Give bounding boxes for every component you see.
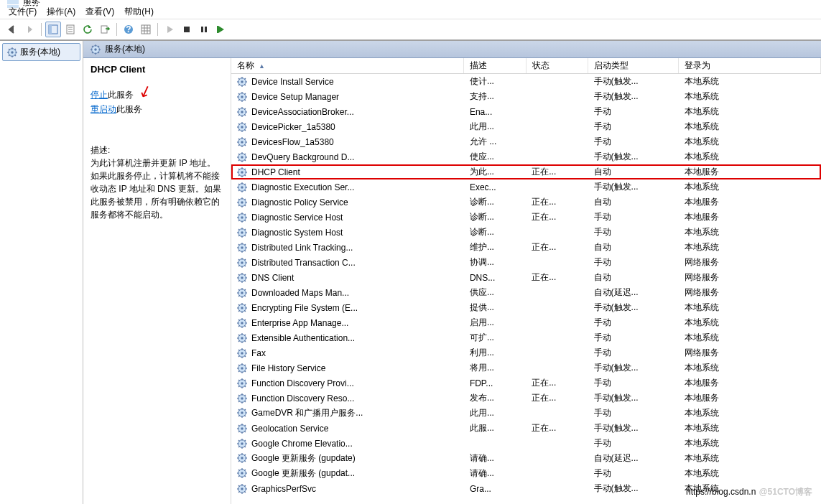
cell-desc: 提供... xyxy=(464,300,526,315)
stop-link[interactable]: 停止 xyxy=(91,90,108,100)
table-row[interactable]: DevicePicker_1a5380此用...手动本地系统 xyxy=(231,119,821,134)
table-row[interactable]: File History Service将用...手动(触发...本地系统 xyxy=(231,360,821,375)
table-row[interactable]: DevQuery Background D...使应...手动(触发...本地系… xyxy=(231,149,821,164)
col-desc[interactable]: 描述 xyxy=(464,58,526,74)
start-service-button[interactable] xyxy=(162,22,177,37)
cell-logon: 本地系统 xyxy=(679,179,821,195)
cell-logon: 本地系统 xyxy=(679,240,821,255)
cell-startup: 手动 xyxy=(588,345,679,360)
cell-logon: 本地系统 xyxy=(679,225,821,240)
cell-logon: 网络服务 xyxy=(679,285,821,300)
cell-startup: 手动 xyxy=(588,406,679,421)
cell-status: 正在... xyxy=(526,391,588,406)
restart-service-button[interactable] xyxy=(213,22,229,37)
service-list[interactable]: 名称▲ 描述 状态 启动类型 登录为 Device Install Servic… xyxy=(231,58,821,504)
pause-service-button[interactable] xyxy=(196,22,212,37)
stop-service-button[interactable] xyxy=(179,22,195,37)
cell-name: Google Chrome Elevatio... xyxy=(251,439,353,449)
nav-services-local[interactable]: 服务(本地) xyxy=(2,43,80,61)
cell-status xyxy=(526,466,588,481)
cell-startup: 手动 xyxy=(588,466,679,481)
cell-startup: 手动 xyxy=(588,104,679,119)
table-row[interactable]: DevicesFlow_1a5380允许 ...手动本地系统 xyxy=(231,134,821,149)
service-table: 名称▲ 描述 状态 启动类型 登录为 Device Install Servic… xyxy=(231,58,821,496)
gear-icon xyxy=(237,288,247,298)
restart-suffix: 此服务 xyxy=(116,104,142,114)
forward-button[interactable] xyxy=(22,22,37,37)
cell-name: Google 更新服务 (gupdat... xyxy=(251,468,355,478)
cell-status xyxy=(526,451,588,466)
table-row[interactable]: Diagnostic Execution Ser...Exec...手动(触发.… xyxy=(231,179,821,195)
refresh-button[interactable] xyxy=(80,22,96,37)
gear-icon xyxy=(237,258,247,268)
gear-icon xyxy=(237,152,247,162)
cell-desc: FDP... xyxy=(464,375,526,391)
table-row[interactable]: Diagnostic System Host诊断...手动本地系统 xyxy=(231,225,821,240)
col-name[interactable]: 名称▲ xyxy=(231,58,464,74)
menu-help[interactable]: 帮助(H) xyxy=(120,4,158,19)
cell-status xyxy=(526,481,588,496)
cell-startup: 手动(触发... xyxy=(588,89,679,104)
gear-icon xyxy=(237,197,247,207)
table-row[interactable]: Google 更新服务 (gupdate)请确...自动(延迟...本地系统 xyxy=(231,451,821,466)
table-row[interactable]: DNS ClientDNS...正在...自动网络服务 xyxy=(231,270,821,285)
cell-logon: 本地系统 xyxy=(679,134,821,149)
back-button[interactable] xyxy=(4,22,20,37)
cell-startup: 自动 xyxy=(588,270,679,285)
grid-button[interactable] xyxy=(138,22,154,37)
col-status[interactable]: 状态 xyxy=(526,58,588,74)
gear-icon xyxy=(237,182,247,192)
table-row[interactable]: Diagnostic Service Host诊断...正在...手动本地服务 xyxy=(231,210,821,225)
menu-file[interactable]: 文件(F) xyxy=(4,4,41,19)
table-row[interactable]: Google 更新服务 (gupdat...请确...手动本地系统 xyxy=(231,466,821,481)
table-row[interactable]: Fax利用...手动网络服务 xyxy=(231,345,821,360)
export-button[interactable] xyxy=(97,22,113,37)
table-row[interactable]: Encrypting File System (E...提供...手动(触发..… xyxy=(231,300,821,315)
separator xyxy=(157,23,158,36)
table-row[interactable]: Function Discovery Provi...FDP...正在...手动… xyxy=(231,375,821,391)
table-row[interactable]: GameDVR 和广播用户服务...此用...手动本地系统 xyxy=(231,406,821,421)
cell-name: DNS Client xyxy=(251,273,294,283)
cell-status xyxy=(526,300,588,315)
content: DHCP Client 停止此服务 ↙ 重启动此服务 描述: 为此计算机注册并更… xyxy=(83,58,821,504)
cell-logon: 本地系统 xyxy=(679,89,821,104)
show-hide-tree-button[interactable] xyxy=(45,22,61,37)
restart-link[interactable]: 重启动 xyxy=(91,104,116,114)
table-row[interactable]: Distributed Link Tracking...维护...正在...自动… xyxy=(231,240,821,255)
cell-desc: 利用... xyxy=(464,345,526,360)
table-row[interactable]: Extensible Authentication...可扩...手动本地系统 xyxy=(231,330,821,345)
cell-desc: 可扩... xyxy=(464,330,526,345)
cell-startup: 手动(触发... xyxy=(588,74,679,90)
table-row[interactable]: Device Install Service使计...手动(触发...本地系统 xyxy=(231,74,821,90)
cell-desc: Gra... xyxy=(464,481,526,496)
table-row[interactable]: GraphicsPerfSvcGra...手动(触发...本地系统 xyxy=(231,481,821,496)
cell-logon: 本地系统 xyxy=(679,481,821,496)
menu-view[interactable]: 查看(V) xyxy=(81,4,119,19)
table-row[interactable]: DeviceAssociationBroker...Ena...手动本地系统 xyxy=(231,104,821,119)
cell-name: GraphicsPerfSvc xyxy=(251,484,316,494)
table-row[interactable]: Downloaded Maps Man...供应...自动(延迟...网络服务 xyxy=(231,285,821,300)
table-row[interactable]: Diagnostic Policy Service诊断...正在...自动本地服… xyxy=(231,195,821,210)
svg-rect-11 xyxy=(49,25,52,34)
cell-startup: 手动(触发... xyxy=(588,391,679,406)
table-row[interactable]: Geolocation Service此服...正在...手动(触发...本地系… xyxy=(231,421,821,436)
gear-icon xyxy=(237,453,247,463)
cell-desc: 启用... xyxy=(464,315,526,330)
stop-suffix: 此服务 xyxy=(108,90,134,100)
menu-action[interactable]: 操作(A) xyxy=(42,4,80,19)
help-button[interactable]: ? xyxy=(121,22,136,37)
cell-name: Fax xyxy=(251,348,266,358)
table-row[interactable]: DHCP Client为此...正在...自动本地服务 xyxy=(231,164,821,179)
cell-status xyxy=(526,255,588,270)
table-row[interactable]: Google Chrome Elevatio...手动本地系统 xyxy=(231,436,821,451)
gear-icon xyxy=(237,303,247,313)
table-row[interactable]: Device Setup Manager支持...手动(触发...本地系统 xyxy=(231,89,821,104)
col-logon[interactable]: 登录为 xyxy=(679,58,821,74)
cell-startup: 手动(触发... xyxy=(588,300,679,315)
cell-logon: 本地系统 xyxy=(679,360,821,375)
col-startup[interactable]: 启动类型 xyxy=(588,58,679,74)
table-row[interactable]: Distributed Transaction C...协调...手动网络服务 xyxy=(231,255,821,270)
table-row[interactable]: Enterprise App Manage...启用...手动本地系统 xyxy=(231,315,821,330)
properties-button[interactable] xyxy=(62,22,78,37)
table-row[interactable]: Function Discovery Reso...发布...正在...手动(触… xyxy=(231,391,821,406)
